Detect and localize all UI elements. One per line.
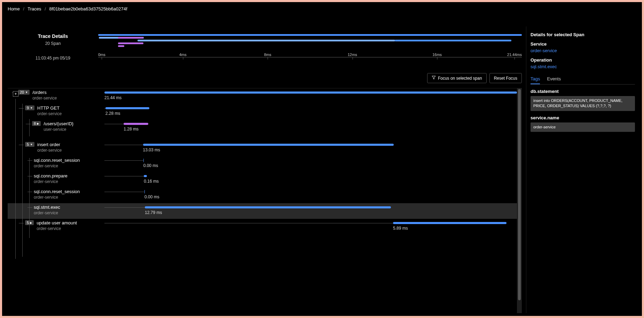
span-label: /ordersorder-service xyxy=(32,90,57,101)
vertical-scrollbar[interactable] xyxy=(517,88,522,313)
span-row[interactable]: sql.conn.reset_sessionorder-service0.00 … xyxy=(8,188,517,203)
span-operation-name: update user amount xyxy=(37,220,77,225)
span-row[interactable]: 8▶/users/{userID}user-service1.28 ms xyxy=(8,120,517,141)
gantt-bar[interactable] xyxy=(104,92,517,94)
operation-value[interactable]: sql.stmt.exec xyxy=(531,64,635,69)
gantt-cell: 12.79 ms xyxy=(104,203,517,219)
gantt-cell: 5.89 ms xyxy=(104,219,517,234)
tab-tags[interactable]: Tags xyxy=(531,74,540,84)
span-operation-name: insert order xyxy=(37,142,62,147)
service-value[interactable]: order-service xyxy=(531,48,635,53)
tree-connector xyxy=(19,145,24,145)
chevron-down-icon: ▼ xyxy=(30,143,33,146)
chevron-right-icon: ▶ xyxy=(30,221,32,224)
span-operation-name: sql.conn.reset_session xyxy=(34,158,80,163)
breadcrumb-traces[interactable]: Traces xyxy=(28,6,41,11)
span-label: update user amountorder-service xyxy=(37,220,77,231)
header-left: Trace Details 20 Span 11:03:45 pm 05/19 xyxy=(8,26,98,68)
gantt-bar[interactable] xyxy=(124,123,148,125)
tree-connector xyxy=(26,124,31,124)
tree-vertical-line xyxy=(29,158,30,238)
axis-tick: 8ms xyxy=(264,53,271,57)
details-pane: Details for selected Span Service order-… xyxy=(526,26,639,313)
span-operation-name: sql.conn.prepare xyxy=(34,173,68,178)
minimap-bar xyxy=(118,45,124,47)
scrollbar-thumb[interactable] xyxy=(518,89,521,300)
span-row[interactable]: 9▼HTTP GETorder-service2.28 ms xyxy=(8,104,517,120)
span-label: HTTP GETorder-service xyxy=(37,105,62,116)
span-row[interactable]: sql.conn.reset_sessionorder-service0.00 … xyxy=(8,156,517,172)
gantt-duration-label: 0.16 ms xyxy=(144,179,159,184)
gantt-duration-label: 2.28 ms xyxy=(105,111,120,116)
reset-button-label: Reset Focus xyxy=(494,76,517,81)
gantt-duration-label: 21.44 ms xyxy=(104,95,121,100)
span-count-badge[interactable]: 9▼ xyxy=(25,105,34,110)
filter-icon xyxy=(432,75,436,81)
tree-vertical-line xyxy=(22,104,23,257)
span-row[interactable]: sql.stmt.execorder-service12.79 ms xyxy=(8,203,517,219)
span-label: insert orderorder-service xyxy=(37,142,62,153)
span-operation-name: HTTP GET xyxy=(37,105,62,111)
gantt-lead-line xyxy=(104,124,124,124)
badge-count: 8 xyxy=(34,121,36,126)
span-service-name: order-service xyxy=(34,179,68,184)
gantt-bar[interactable] xyxy=(145,206,391,208)
axis-tick: 4ms xyxy=(179,53,187,57)
gantt-lead-line xyxy=(104,192,144,192)
svg-marker-0 xyxy=(432,76,435,79)
span-service-name: order-service xyxy=(37,148,62,153)
focus-selected-button[interactable]: Focus on selected span xyxy=(427,73,487,83)
span-service-name: user-service xyxy=(44,127,73,132)
axis-tick: 16ms xyxy=(432,53,442,57)
span-service-name: order-service xyxy=(34,195,80,200)
span-tree-cell: 20▼/ordersorder-service xyxy=(8,88,104,104)
span-row[interactable]: 5▼insert orderorder-service13.03 ms xyxy=(8,141,517,156)
gantt-lead-line xyxy=(104,223,393,223)
gantt-duration-label: 0.00 ms xyxy=(144,194,159,199)
badge-count: 5 xyxy=(27,142,29,146)
service-label: Service xyxy=(531,41,635,47)
span-service-name: order-service xyxy=(34,210,60,215)
axis-tick: 12ms xyxy=(348,53,357,57)
span-count-badge[interactable]: 8▶ xyxy=(32,121,41,126)
span-label: sql.conn.reset_sessionorder-service xyxy=(34,189,80,200)
breadcrumb-home[interactable]: Home xyxy=(8,6,20,11)
tag-block: db.statementinsert into ORDERS(ACCOUNT, … xyxy=(531,89,635,111)
span-row[interactable]: 20▼/ordersorder-service21.44 ms xyxy=(8,88,517,104)
gantt-lead-line xyxy=(104,160,143,161)
axis-tick: 21.44ms xyxy=(507,53,522,57)
breadcrumb: Home / Traces / 8f01bebae2b0eba63d37525b… xyxy=(2,2,642,16)
details-tabs: Tags Events xyxy=(531,74,635,85)
chevron-right-icon: ▶ xyxy=(37,122,39,125)
tab-events[interactable]: Events xyxy=(547,74,561,84)
gantt-bar[interactable] xyxy=(144,175,147,177)
gantt-bar[interactable] xyxy=(143,159,144,162)
trace-timestamp: 11:03:45 pm 05/19 xyxy=(8,56,98,61)
gantt-bar[interactable] xyxy=(144,190,145,193)
tag-value: order-service xyxy=(531,122,635,132)
span-count-badge[interactable]: 5▼ xyxy=(25,142,34,147)
span-label: sql.conn.prepareorder-service xyxy=(34,173,68,184)
tree-connector xyxy=(28,176,32,176)
gantt-bar[interactable] xyxy=(105,107,149,109)
gantt-bar[interactable] xyxy=(143,144,394,146)
breadcrumb-trace-id: 8f01bebae2b0eba63d37525bb6a0274f xyxy=(49,6,127,11)
span-row[interactable]: sql.conn.prepareorder-service0.16 ms xyxy=(8,172,517,188)
span-count-badge[interactable]: 20▼ xyxy=(18,90,30,95)
chevron-down-icon: ▼ xyxy=(25,91,28,94)
span-count: 20 Span xyxy=(8,41,98,46)
reset-focus-button[interactable]: Reset Focus xyxy=(489,73,522,83)
span-service-name: order-service xyxy=(34,164,80,168)
span-row[interactable]: 5▶update user amountorder-service5.89 ms xyxy=(8,219,517,234)
tree-vertical-line xyxy=(15,99,16,259)
span-operation-name: sql.stmt.exec xyxy=(34,205,60,210)
gantt-bar[interactable] xyxy=(393,222,506,224)
trace-minimap[interactable]: 0ms4ms8ms12ms16ms21.44ms xyxy=(98,26,522,68)
minimap-bar xyxy=(138,40,395,41)
breadcrumb-sep: / xyxy=(23,6,24,11)
tree-connector xyxy=(19,108,24,109)
gantt-duration-label: 0.00 ms xyxy=(143,163,158,168)
expand-all-button[interactable]: + xyxy=(13,91,18,97)
tree-connector xyxy=(28,192,32,192)
gantt-lead-line xyxy=(104,176,144,176)
